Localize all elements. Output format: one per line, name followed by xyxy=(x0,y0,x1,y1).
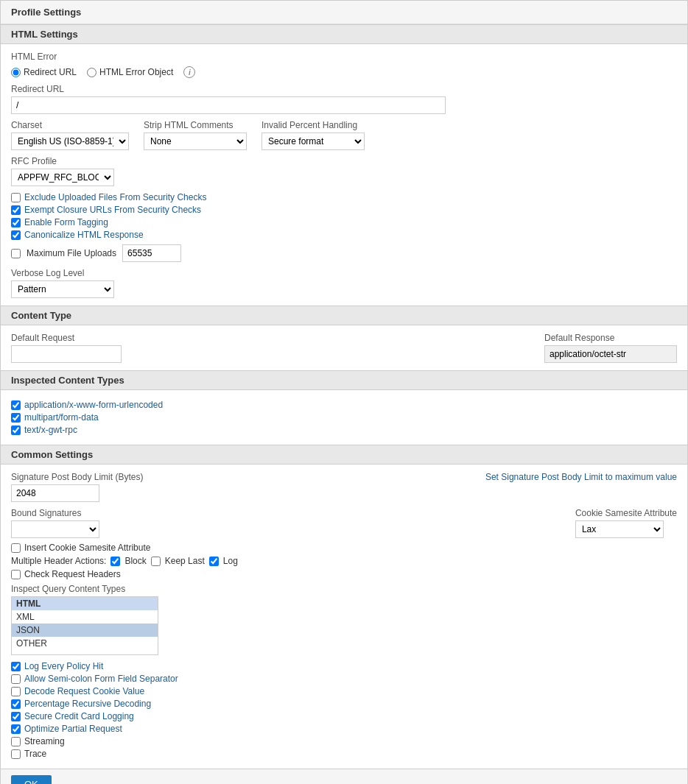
common-checkboxes-group: Log Every Policy Hit Allow Semi-colon Fo… xyxy=(11,661,677,759)
max-file-uploads-row: Maximum File Uploads xyxy=(11,244,677,262)
mha-log-checkbox[interactable] xyxy=(209,557,219,566)
redirect-url-input[interactable] xyxy=(11,96,446,114)
strip-html-select[interactable]: None xyxy=(144,133,247,150)
html-settings-body: HTML Error Redirect URL HTML Error Objec… xyxy=(1,44,687,306)
pct-recursive-item: Percentage Recursive Decoding xyxy=(11,699,677,709)
inspected-content-types-body: application/x-www-form-urlencoded multip… xyxy=(1,390,687,445)
verbose-log-col: Verbose Log Level Pattern xyxy=(11,268,677,298)
insert-cookie-label: Insert Cookie Samesite Attribute xyxy=(24,543,150,553)
exempt-closure-checkbox[interactable] xyxy=(11,205,21,215)
content-area: HTML Settings HTML Error Redirect URL HT… xyxy=(1,24,687,769)
bound-sig-label: Bound Signatures xyxy=(11,508,99,518)
window: Profile Settings HTML Settings HTML Erro… xyxy=(0,0,688,784)
enable-form-item: Enable Form Tagging xyxy=(11,217,677,227)
html-error-object-radio-item: HTML Error Object xyxy=(87,67,173,77)
inspect-query-label: Inspect Query Content Types xyxy=(11,584,677,594)
multiple-header-row: Multiple Header Actions: Block Keep Last… xyxy=(11,556,677,566)
footer: OK xyxy=(1,769,687,784)
exempt-closure-label: Exempt Closure URLs From Security Checks xyxy=(24,205,201,215)
cookie-samesite-select[interactable]: Lax xyxy=(575,520,664,538)
default-response-col: Default Response xyxy=(544,333,677,363)
listbox-other-item[interactable]: OTHER xyxy=(12,637,158,650)
html-error-object-radio[interactable] xyxy=(87,68,96,77)
cookie-samesite-label: Cookie Samesite Attribute xyxy=(575,508,677,518)
verbose-log-label: Verbose Log Level xyxy=(11,268,677,278)
log-every-checkbox[interactable] xyxy=(11,662,21,671)
set-max-link[interactable]: Set Signature Post Body Limit to maximum… xyxy=(485,472,677,482)
trace-checkbox[interactable] xyxy=(11,749,21,759)
redirect-url-input-wrap xyxy=(11,96,677,114)
secure-cc-checkbox[interactable] xyxy=(11,712,21,721)
pct-recursive-checkbox[interactable] xyxy=(11,699,21,709)
html-settings-header: HTML Settings xyxy=(1,24,687,44)
allow-semi-label: Allow Semi-colon Form Field Separator xyxy=(24,674,178,684)
enable-form-checkbox[interactable] xyxy=(11,218,21,227)
multiple-header-label: Multiple Header Actions: xyxy=(11,556,106,566)
check-request-checkbox[interactable] xyxy=(11,570,21,579)
sig-post-body-input[interactable] xyxy=(11,484,99,502)
listbox-xml-item[interactable]: XML xyxy=(12,610,158,624)
secure-cc-item: Secure Credit Card Logging xyxy=(11,711,677,721)
exempt-closure-item: Exempt Closure URLs From Security Checks xyxy=(11,205,677,215)
log-every-item: Log Every Policy Hit xyxy=(11,661,677,671)
decode-cookie-label: Decode Request Cookie Value xyxy=(24,686,144,696)
window-title: Profile Settings xyxy=(11,7,81,18)
content-type-row: Default Request Default Response xyxy=(11,333,677,363)
redirect-url-radio[interactable] xyxy=(11,68,21,77)
pct-recursive-label: Percentage Recursive Decoding xyxy=(24,699,151,709)
query-types-listbox[interactable]: HTML XML JSON OTHER xyxy=(11,596,158,655)
excl-uploaded-checkbox[interactable] xyxy=(11,193,21,202)
trace-item: Trace xyxy=(11,749,677,759)
mha-block-label: Block xyxy=(124,556,146,566)
app-www-form-item: application/x-www-form-urlencoded xyxy=(11,400,677,410)
charset-label: Charset xyxy=(11,120,129,130)
sig-post-body-col: Signature Post Body Limit (Bytes) xyxy=(11,472,143,502)
bound-sig-row: Bound Signatures Cookie Samesite Attribu… xyxy=(11,508,677,538)
app-www-form-checkbox[interactable] xyxy=(11,400,21,410)
max-file-uploads-label: Maximum File Uploads xyxy=(27,248,116,258)
mha-log-label: Log xyxy=(223,556,238,566)
default-response-input[interactable] xyxy=(544,345,677,363)
allow-semi-checkbox[interactable] xyxy=(11,674,21,684)
invalid-pct-select[interactable]: Secure format xyxy=(261,133,365,150)
sig-post-body-row: Signature Post Body Limit (Bytes) Set Si… xyxy=(11,472,677,502)
decode-cookie-checkbox[interactable] xyxy=(11,687,21,696)
listbox-html-item[interactable]: HTML xyxy=(12,597,158,610)
optimize-partial-checkbox[interactable] xyxy=(11,724,21,734)
enable-form-label: Enable Form Tagging xyxy=(24,217,108,227)
html-error-info-icon[interactable]: i xyxy=(183,66,195,78)
streaming-label: Streaming xyxy=(24,736,65,746)
streaming-checkbox[interactable] xyxy=(11,737,21,746)
multipart-form-checkbox[interactable] xyxy=(11,413,21,423)
charset-select[interactable]: English US (ISO-8859-1) xyxy=(11,133,129,150)
common-settings-header: Common Settings xyxy=(1,445,687,465)
listbox-json-item[interactable]: JSON xyxy=(12,624,158,637)
verbose-log-select[interactable]: Pattern xyxy=(11,280,114,298)
title-bar: Profile Settings xyxy=(1,1,687,24)
default-response-label: Default Response xyxy=(544,333,677,343)
default-request-input[interactable] xyxy=(11,345,122,363)
html-checkboxes-group: Exclude Uploaded Files From Security Che… xyxy=(11,192,677,240)
optimize-partial-item: Optimize Partial Request xyxy=(11,724,677,734)
mha-keep-last-label: Keep Last xyxy=(165,556,205,566)
default-request-label: Default Request xyxy=(11,333,122,343)
bound-sig-col: Bound Signatures xyxy=(11,508,99,538)
secure-cc-label: Secure Credit Card Logging xyxy=(24,711,134,721)
strip-html-label: Strip HTML Comments xyxy=(144,120,247,130)
canonicalize-label: Canonicalize HTML Response xyxy=(24,230,144,240)
max-file-uploads-input[interactable] xyxy=(122,244,181,262)
insert-cookie-checkbox[interactable] xyxy=(11,543,21,553)
mha-keep-last-checkbox[interactable] xyxy=(151,557,161,566)
log-every-label: Log Every Policy Hit xyxy=(24,661,103,671)
bound-sig-select[interactable] xyxy=(11,520,99,538)
mha-block-checkbox[interactable] xyxy=(110,557,120,566)
text-gwt-checkbox[interactable] xyxy=(11,425,21,435)
insert-cookie-item: Insert Cookie Samesite Attribute xyxy=(11,543,677,553)
rfc-profile-select[interactable]: APPFW_RFC_BLOCK xyxy=(11,169,114,186)
streaming-item: Streaming xyxy=(11,736,677,746)
max-file-uploads-checkbox[interactable] xyxy=(11,249,21,258)
redirect-url-radio-item: Redirect URL xyxy=(11,67,77,77)
canonicalize-checkbox[interactable] xyxy=(11,230,21,240)
ok-button[interactable]: OK xyxy=(11,775,52,784)
content-type-header: Content Type xyxy=(1,306,687,325)
